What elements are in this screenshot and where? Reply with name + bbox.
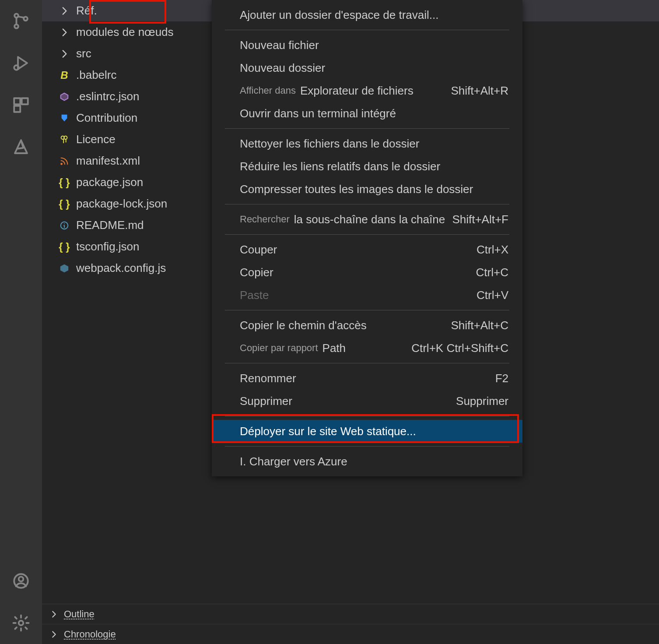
menu-shortcut: Ctrl+X — [477, 243, 508, 257]
menu-item-paste: Paste Ctrl+V — [212, 284, 522, 306]
menu-item-rename[interactable]: Renommer F2 — [212, 367, 522, 390]
menu-label: Couper — [240, 243, 277, 257]
menu-label: I. Charger vers Azure — [240, 455, 347, 468]
menu-shortcut: Shift+Alt+C — [451, 319, 508, 332]
menu-item-clean-files[interactable]: Nettoyer les fichiers dans le dossier — [212, 132, 522, 155]
context-menu: Ajouter un dossier d'espace de travail..… — [212, 0, 522, 476]
menu-shortcut: Shift+Alt+R — [451, 84, 508, 98]
menu-separator — [225, 204, 509, 204]
menu-label: Supprimer — [240, 394, 292, 408]
tree-item-label: manifest.xml — [76, 154, 140, 168]
chevron-right-icon — [59, 5, 70, 17]
menu-separator — [225, 30, 509, 30]
svg-rect-6 — [22, 98, 28, 104]
menu-label: Nouveau dossier — [240, 61, 325, 75]
svg-rect-5 — [14, 98, 20, 104]
menu-shortcut: F2 — [495, 372, 508, 385]
menu-item-reduce-links[interactable]: Réduire les liens relatifs dans le dossi… — [212, 155, 522, 178]
menu-label: Nettoyer les fichiers dans le dossier — [240, 137, 419, 151]
azure-icon[interactable] — [0, 126, 42, 168]
menu-item-compress-images[interactable]: Compresser toutes les images dans le dos… — [212, 178, 522, 201]
menu-label-prefix: Rechercher — [240, 214, 290, 225]
menu-label: Renommer — [240, 372, 296, 385]
rss-icon — [59, 155, 70, 167]
menu-label: Nouveau fichier — [240, 39, 319, 52]
menu-label: Ouvrir dans un terminal intégré — [240, 107, 396, 120]
menu-item-find-in-folder[interactable]: Rechercher la sous-chaîne dans la chaîne… — [212, 208, 522, 231]
menu-item-reveal-in-explorer[interactable]: Afficher dans Explorateur de fichiers Sh… — [212, 79, 522, 102]
menu-item-add-workspace-folder[interactable]: Ajouter un dossier d'espace de travail..… — [212, 4, 522, 26]
menu-item-new-folder[interactable]: Nouveau dossier — [212, 56, 522, 79]
menu-shortcut: Ctrl+V — [477, 289, 508, 302]
explorer-sidebar: Réf. modules de nœuds src B .babelrc — [42, 0, 659, 644]
arrow-down-icon — [59, 113, 70, 124]
svg-rect-7 — [14, 106, 20, 112]
settings-gear-icon[interactable] — [0, 602, 42, 644]
menu-separator — [225, 128, 509, 129]
babel-icon: B — [59, 70, 70, 81]
menu-label: Paste — [240, 289, 269, 302]
tree-item-label: package.json — [76, 176, 143, 189]
svg-point-9 — [19, 577, 24, 581]
svg-point-14 — [61, 163, 62, 165]
menu-label: Copier le chemin d'accès — [240, 319, 367, 332]
svg-marker-16 — [60, 264, 68, 272]
menu-label-prefix: Copier par rapport — [240, 342, 318, 354]
svg-point-4 — [14, 65, 19, 70]
run-debug-icon[interactable] — [0, 42, 42, 84]
tree-item-label: tsconfig.json — [76, 240, 140, 253]
menu-separator — [225, 234, 509, 235]
timeline-section-header[interactable]: Chronologie — [42, 624, 659, 644]
menu-separator — [225, 416, 509, 416]
menu-label: la sous-chaîne dans la chaîne — [294, 213, 445, 226]
menu-item-new-file[interactable]: Nouveau fichier — [212, 34, 522, 56]
menu-shortcut: Shift+Alt+F — [452, 213, 508, 226]
key-icon — [59, 134, 70, 145]
account-icon[interactable] — [0, 560, 42, 602]
tree-item-label: src — [76, 47, 91, 60]
braces-icon: { } — [59, 198, 70, 210]
braces-icon: { } — [59, 177, 70, 188]
webpack-icon — [59, 263, 70, 274]
tree-item-label: .babelrc — [76, 68, 117, 82]
menu-shortcut: Supprimer — [456, 394, 508, 408]
menu-item-open-terminal[interactable]: Ouvrir dans un terminal intégré — [212, 102, 522, 125]
menu-label: Explorateur de fichiers — [300, 84, 414, 98]
menu-item-deploy-static-website[interactable]: Déployer sur le site Web statique... — [212, 420, 522, 443]
tree-item-label: modules de nœuds — [76, 25, 174, 39]
menu-separator — [225, 310, 509, 310]
menu-item-delete[interactable]: Supprimer Supprimer — [212, 390, 522, 412]
chevron-right-icon — [49, 630, 59, 639]
menu-label: Path — [322, 341, 346, 355]
menu-item-copy[interactable]: Copier Ctrl+C — [212, 261, 522, 284]
chevron-right-icon — [49, 609, 59, 619]
svg-marker-11 — [61, 93, 68, 100]
activity-bar — [0, 0, 42, 644]
tree-item-label: .eslintrc.json — [76, 90, 140, 103]
outline-section-header[interactable]: Outline — [42, 604, 659, 624]
tree-item-label: README.md — [76, 218, 144, 232]
outline-label: Outline — [64, 609, 95, 620]
chevron-right-icon — [59, 48, 70, 60]
eslint-icon — [59, 91, 70, 102]
timeline-label: Chronologie — [64, 629, 116, 640]
tree-item-label: package-lock.json — [76, 197, 167, 211]
source-control-icon[interactable] — [0, 0, 42, 42]
menu-label: Ajouter un dossier d'espace de travail..… — [240, 8, 438, 22]
tree-item-label: webpack.config.js — [76, 261, 166, 275]
tree-item-label: Licence — [76, 133, 116, 146]
info-icon — [59, 220, 70, 231]
menu-label: Réduire les liens relatifs dans le dossi… — [240, 160, 440, 173]
menu-label: Copier — [240, 266, 273, 279]
menu-item-cut[interactable]: Couper Ctrl+X — [212, 238, 522, 261]
tree-item-label: Contribution — [76, 111, 137, 125]
menu-shortcut: Ctrl+K Ctrl+Shift+C — [411, 341, 508, 355]
menu-item-upload-azure[interactable]: I. Charger vers Azure — [212, 450, 522, 473]
menu-label: Déployer sur le site Web statique... — [240, 425, 416, 438]
menu-separator — [225, 363, 509, 363]
menu-item-copy-path[interactable]: Copier le chemin d'accès Shift+Alt+C — [212, 314, 522, 337]
menu-shortcut: Ctrl+C — [476, 266, 508, 279]
braces-icon: { } — [59, 241, 70, 253]
menu-item-copy-relative-path[interactable]: Copier par rapport Path Ctrl+K Ctrl+Shif… — [212, 337, 522, 359]
extensions-icon[interactable] — [0, 84, 42, 126]
